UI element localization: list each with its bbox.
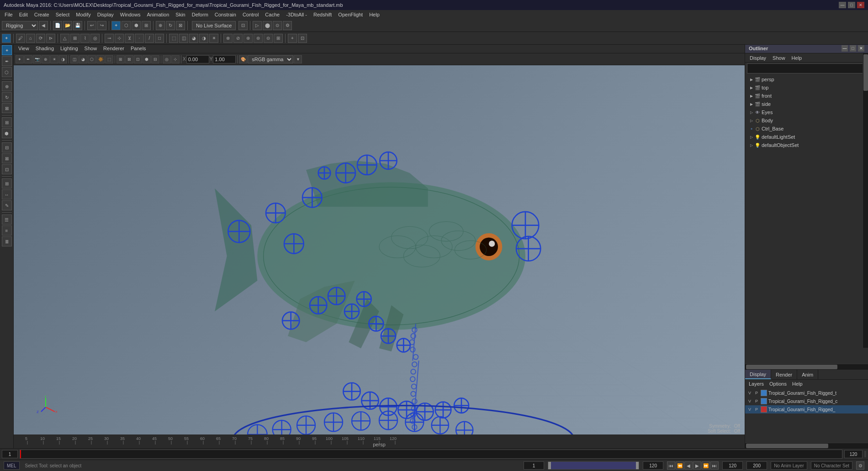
menu-redshift[interactable]: Redshift — [311, 11, 334, 18]
range-slider[interactable] — [548, 461, 639, 470]
menu-file[interactable]: File — [2, 11, 16, 18]
render-btn[interactable]: ⬤ — [263, 21, 272, 30]
submenu-layers[interactable]: Layers — [747, 381, 766, 387]
show-manip-btn[interactable]: ⊞ — [2, 117, 12, 127]
menu-deform[interactable]: Deform — [189, 11, 211, 18]
outliner-search-input[interactable] — [747, 63, 866, 73]
texture-btn[interactable]: ◑ — [199, 34, 208, 43]
tab-display[interactable]: Display — [745, 370, 771, 379]
layer-row-2[interactable]: V P Tropical_Gourami_Fish_Rigged_c — [745, 397, 868, 405]
track-btn[interactable]: ⟳ — [36, 34, 45, 43]
channels-btn[interactable]: ≡ — [2, 225, 12, 236]
play-forward-btn[interactable]: ▶ — [693, 461, 701, 470]
menu-cache[interactable]: Cache — [262, 11, 282, 18]
no-anim-layer[interactable]: No Anim Layer — [771, 461, 807, 470]
gamma-select[interactable]: sRGB gamma Linear Raw — [248, 55, 293, 63]
vt-paint[interactable]: ✒ — [24, 55, 32, 63]
snap-grid-btn2[interactable]: ⊞ — [70, 34, 79, 43]
move-mode-btn[interactable]: ⊕ — [2, 81, 12, 91]
vt-gamma-settings[interactable]: ▼ — [294, 55, 302, 63]
dolly-btn[interactable]: ⊳ — [46, 34, 55, 43]
go-start-btn[interactable]: ⏮ — [667, 461, 675, 470]
measure-btn[interactable]: ↔ — [2, 189, 12, 199]
viewport-menu-show[interactable]: Show — [82, 45, 100, 52]
layer-row-3[interactable]: V P Tropical_Gourami_Fish_Rigged_ — [745, 405, 868, 413]
select-mode-btn[interactable]: ✦ — [2, 45, 12, 55]
layer-row-1[interactable]: V P Tropical_Gourami_Fish_Rigged_t — [745, 389, 868, 397]
face-mode-btn[interactable]: ⊡ — [2, 164, 12, 174]
close-button[interactable]: ✕ — [857, 2, 864, 8]
snap-curve-btn[interactable]: ⌇ — [80, 34, 90, 43]
timeline-settings-btn[interactable]: ⚙ — [856, 461, 864, 470]
menu-modify[interactable]: Modify — [73, 11, 93, 18]
vt-light-mode[interactable]: 🔆 — [96, 55, 105, 63]
vt-color-mode[interactable]: 🎨 — [239, 55, 247, 63]
vt-film-gate[interactable]: ⬢ — [143, 55, 151, 63]
tree-item-eyes[interactable]: ▷ 👁 Eyes — [745, 108, 868, 116]
menu-edit[interactable]: Edit — [16, 11, 31, 18]
vt-camera[interactable]: 📷 — [33, 55, 41, 63]
vt-smooth[interactable]: ◕ — [79, 55, 87, 63]
snap-grid-btn[interactable]: ⊡ — [238, 21, 248, 30]
lasso-btn[interactable]: ⌂ — [26, 34, 35, 43]
maximize-button[interactable]: □ — [848, 2, 855, 8]
outliner-menu-show[interactable]: Show — [770, 55, 788, 61]
ipr-render-btn[interactable]: ⊙ — [273, 21, 282, 30]
component-select-btn[interactable]: ⊸ — [105, 34, 114, 43]
layer-vis-1[interactable]: V — [747, 390, 752, 396]
menu-animation[interactable]: Animation — [144, 11, 172, 18]
submenu-options[interactable]: Options — [767, 381, 789, 387]
grid-btn[interactable]: ⊞ — [2, 178, 12, 188]
vt-grid[interactable]: ⊞ — [116, 55, 125, 63]
select-lasso-btn[interactable]: ⬡ — [122, 21, 131, 30]
submenu-help[interactable]: Help — [790, 381, 804, 387]
anim-range-end[interactable] — [746, 461, 767, 470]
step-back-btn[interactable]: ⏪ — [676, 461, 684, 470]
snap-surface-btn[interactable]: ◎ — [90, 34, 100, 43]
object-select-btn[interactable]: ⊹ — [115, 34, 124, 43]
layer-vis-3[interactable]: V — [747, 407, 752, 412]
select-btn-2[interactable]: ✦ — [2, 34, 11, 43]
redo-btn[interactable]: ↪ — [97, 21, 106, 30]
range-end-input[interactable] — [643, 461, 663, 470]
menu-constrain[interactable]: Constrain — [212, 11, 239, 18]
wireframe-btn[interactable]: ◫ — [179, 34, 188, 43]
vt-camera-gate[interactable]: ⊡ — [134, 55, 142, 63]
tb-btn-1[interactable]: ◀ — [39, 21, 48, 30]
vertex-btn[interactable]: · — [135, 34, 144, 43]
scale-tool-btn[interactable]: ⊠ — [176, 21, 185, 30]
layer-p-2[interactable]: P — [754, 398, 759, 404]
vt-overscan[interactable]: ⊟ — [151, 55, 159, 63]
rivet-btn[interactable]: ⊗ — [223, 34, 233, 43]
save-scene-btn[interactable]: 💾 — [73, 21, 82, 30]
light-btn[interactable]: ☀ — [209, 34, 218, 43]
tree-item-persp[interactable]: ▶ 🎬 persp — [745, 75, 868, 84]
tree-item-ctrl-base[interactable]: + ⬡ Ctrl_Base — [745, 125, 868, 133]
tree-item-top[interactable]: ▶ 🎬 top — [745, 84, 868, 92]
uvs-btn[interactable]: ⊻ — [125, 34, 134, 43]
menu-openflight[interactable]: OpenFlight — [335, 11, 365, 18]
layer-p-1[interactable]: P — [754, 390, 759, 396]
rotate-tool-btn[interactable]: ↻ — [166, 21, 175, 30]
outliner-vscrollbar[interactable] — [863, 53, 868, 348]
vt-shadows[interactable]: ◑ — [59, 55, 67, 63]
tree-item-default-light-set[interactable]: ▷ 💡 defaultLightSet — [745, 133, 868, 141]
tab-anim[interactable]: Anim — [797, 370, 818, 379]
range-start-input[interactable] — [524, 461, 544, 470]
snap-points-btn[interactable]: △ — [60, 34, 69, 43]
anim-range-start[interactable] — [722, 461, 743, 470]
tree-item-front[interactable]: ▶ 🎬 front — [745, 92, 868, 100]
vt-lights[interactable]: ☀ — [50, 55, 58, 63]
menu-display[interactable]: Display — [95, 11, 116, 18]
vt-xray[interactable]: ⬚ — [105, 55, 113, 63]
vt-select[interactable]: ✦ — [16, 55, 24, 63]
skin-btn[interactable]: ⊝ — [264, 34, 273, 43]
end-frame-input[interactable] — [844, 450, 863, 458]
outliner-hscrollbar[interactable] — [745, 364, 868, 369]
viewport-menu-lighting[interactable]: Lighting — [58, 45, 81, 52]
paint-btn[interactable]: 🖊 — [16, 34, 25, 43]
vt-texture[interactable]: ⬡ — [88, 55, 96, 63]
tab-render[interactable]: Render — [771, 370, 797, 379]
menu-control[interactable]: Control — [240, 11, 261, 18]
layer-p-3[interactable]: P — [754, 407, 759, 412]
